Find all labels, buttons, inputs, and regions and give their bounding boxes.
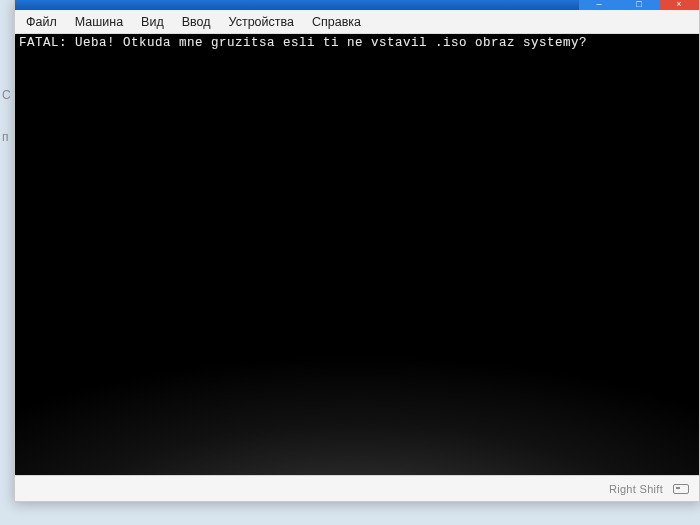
menu-machine[interactable]: Машина [66, 12, 132, 32]
window-titlebar: – □ × [15, 0, 699, 10]
console-output-line: FATAL: Ueba! Otkuda mne gruzitsa esli ti… [19, 36, 587, 50]
vm-console[interactable]: FATAL: Ueba! Otkuda mne gruzitsa esli ti… [15, 34, 699, 475]
statusbar: Right Shift [15, 475, 699, 501]
window-controls: – □ × [579, 0, 699, 10]
hostkey-label: Right Shift [609, 483, 663, 495]
background-hint-text: С [2, 88, 11, 102]
hostkey-icon [673, 484, 689, 494]
menu-help[interactable]: Справка [303, 12, 370, 32]
menu-devices[interactable]: Устройства [220, 12, 303, 32]
close-button[interactable]: × [659, 0, 699, 10]
minimize-button[interactable]: – [579, 0, 619, 10]
menu-view[interactable]: Вид [132, 12, 173, 32]
background-hint-text: п [2, 130, 9, 144]
maximize-button[interactable]: □ [619, 0, 659, 10]
vm-window: – □ × Файл Машина Вид Ввод Устройства Сп… [14, 0, 700, 502]
menu-input[interactable]: Ввод [173, 12, 220, 32]
menubar: Файл Машина Вид Ввод Устройства Справка [15, 10, 699, 34]
menu-file[interactable]: Файл [17, 12, 66, 32]
